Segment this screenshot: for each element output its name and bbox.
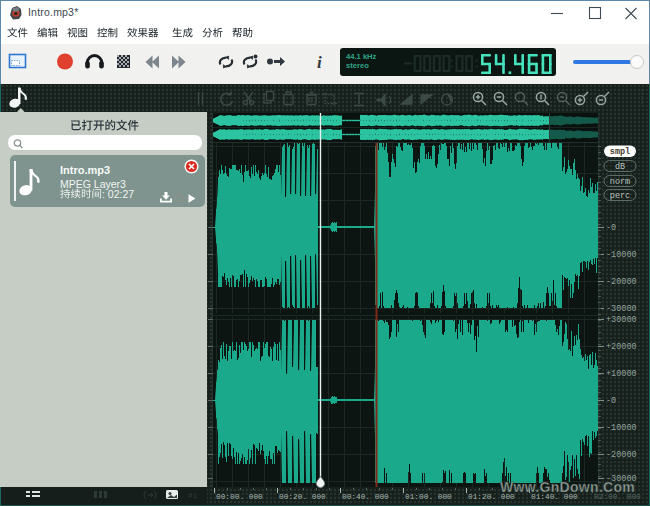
svg-text:#1: #1: [188, 491, 198, 500]
